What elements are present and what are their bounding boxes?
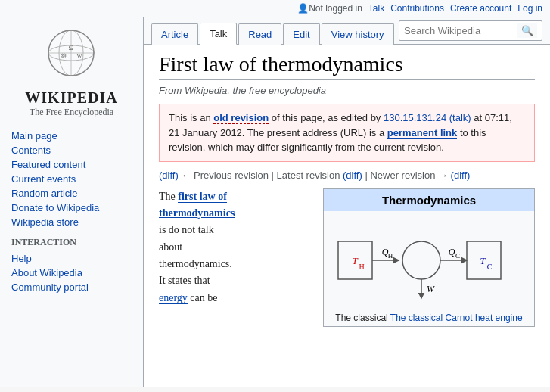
article-text: The first law ofthermodynamics is do not… — [159, 188, 312, 327]
thermodynamics-infobox: Thermodynamics T H Q H — [323, 188, 535, 327]
svg-text:W: W — [77, 53, 82, 59]
article-paragraph: The first law ofthermodynamics is do not… — [159, 188, 312, 307]
first-law-link[interactable]: first law ofthermodynamics — [159, 191, 235, 219]
sidebar-item-random-article[interactable]: Random article — [8, 186, 143, 201]
sidebar-item-contents[interactable]: Contents — [8, 143, 143, 157]
main-content: Article Talk Read Edit View history 🔍 Fi… — [144, 17, 550, 387]
sidebar-item-community[interactable]: Community portal — [8, 280, 143, 294]
wikipedia-title: Wikipedia — [25, 89, 117, 107]
sidebar-item-help[interactable]: Help — [8, 251, 143, 266]
logo-container: Ω 維 W — [0, 25, 143, 82]
old-revision-link[interactable]: old revision — [213, 112, 269, 124]
tab-read[interactable]: Read — [238, 23, 281, 45]
create-account-link[interactable]: Create account — [450, 3, 511, 14]
interaction-section: Interaction Help About Wikipedia Communi… — [8, 237, 143, 294]
infobox-title: Thermodynamics — [324, 189, 534, 211]
not-logged-in-text: Not logged in — [309, 3, 362, 14]
svg-text:維: 維 — [61, 53, 67, 59]
tab-article[interactable]: Article — [151, 23, 198, 45]
sidebar-nav: Main page Contents Featured content Curr… — [0, 129, 143, 294]
sidebar: Ω 維 W Wikipedia The Free Encyclopedia Ma… — [0, 17, 144, 387]
carnot-diagram: T H Q H W — [334, 219, 524, 302]
revision-text-mid: of this page, as edited by — [269, 112, 384, 123]
diff-bar: (diff) ← Previous revision | Latest revi… — [159, 170, 535, 181]
revision-notice: This is an old revision of this page, as… — [159, 104, 535, 162]
energy-link[interactable]: energy — [159, 292, 188, 304]
navigation-section: Main page Contents Featured content Curr… — [8, 129, 143, 229]
article-body: The first law ofthermodynamics is do not… — [159, 188, 535, 327]
sidebar-logo: Wikipedia The Free Encyclopedia — [0, 82, 143, 129]
interaction-title: Interaction — [8, 237, 143, 248]
tab-view-history[interactable]: View history — [322, 23, 394, 45]
tab-bar: Article Talk Read Edit View history 🔍 — [144, 17, 550, 45]
sidebar-item-featured-content[interactable]: Featured content — [8, 157, 143, 172]
svg-text:H: H — [359, 263, 364, 271]
svg-text:Q: Q — [449, 247, 455, 257]
svg-text:C: C — [455, 252, 460, 260]
ip-talk-link[interactable]: (talk) — [449, 112, 471, 123]
wikipedia-subtitle: The Free Encyclopedia — [30, 107, 113, 118]
svg-text:H: H — [388, 252, 393, 260]
svg-text:T: T — [352, 255, 358, 266]
svg-text:Ω: Ω — [69, 44, 74, 51]
sidebar-item-donate[interactable]: Donate to Wikipedia — [8, 201, 143, 215]
main-layout: Ω 維 W Wikipedia The Free Encyclopedia Ma… — [0, 17, 550, 387]
wikipedia-globe: Ω 維 W — [47, 29, 96, 78]
tab-talk[interactable]: Talk — [200, 23, 237, 45]
user-icon: 👤 — [297, 3, 309, 14]
article-title: First law of thermodynamics — [159, 52, 535, 80]
tab-edit[interactable]: Edit — [283, 23, 319, 45]
top-bar: 👤 Not logged in Talk Contributions Creat… — [0, 0, 550, 17]
infobox-diagram: T H Q H W — [324, 211, 534, 310]
contributions-link[interactable]: Contributions — [390, 3, 444, 14]
sidebar-item-main-page[interactable]: Main page — [8, 129, 143, 143]
article-container: First law of thermodynamics From Wikiped… — [144, 45, 550, 334]
search-input[interactable] — [404, 25, 517, 36]
svg-point-15 — [402, 241, 440, 279]
diff-link-latest[interactable]: (diff) — [343, 170, 362, 181]
svg-point-5 — [48, 30, 94, 76]
search-box: 🔍 — [399, 20, 542, 41]
sidebar-item-about[interactable]: About Wikipedia — [8, 266, 143, 280]
permanent-link[interactable]: permanent link — [387, 127, 457, 139]
sidebar-item-store[interactable]: Wikipedia store — [8, 215, 143, 229]
svg-text:W: W — [427, 284, 435, 294]
infobox-caption: The classical The classical Carnot heat … — [324, 310, 534, 326]
carnot-link[interactable]: The classical Carnot heat engine — [390, 313, 523, 323]
svg-text:C: C — [487, 263, 493, 271]
article-subtitle: From Wikipedia, the free encyclopedia — [159, 85, 535, 96]
search-button[interactable]: 🔍 — [517, 23, 537, 38]
svg-text:T: T — [480, 255, 486, 266]
sidebar-item-current-events[interactable]: Current events — [8, 172, 143, 186]
diff-link-newer[interactable]: (diff) — [451, 170, 471, 181]
log-in-link[interactable]: Log in — [517, 3, 542, 14]
revision-text-before: This is an — [169, 112, 213, 123]
talk-link[interactable]: Talk — [368, 3, 384, 14]
diff-link-prev[interactable]: (diff) — [159, 170, 179, 181]
ip-link[interactable]: 130.15.131.24 — [384, 112, 446, 123]
